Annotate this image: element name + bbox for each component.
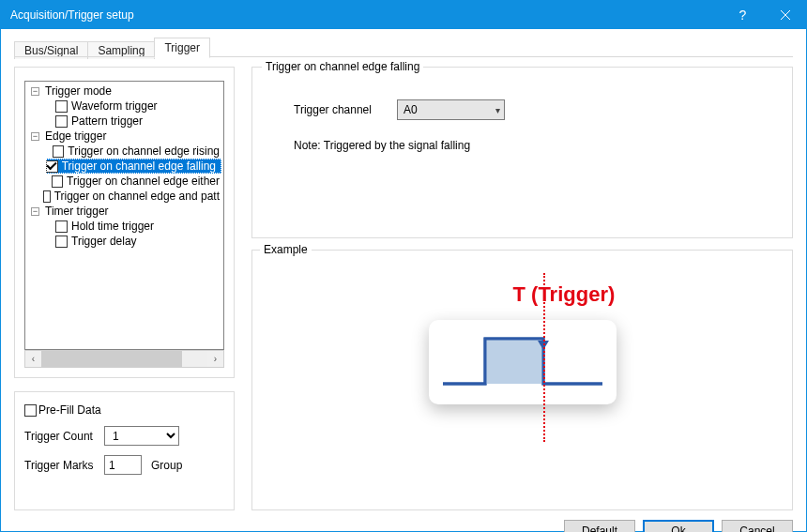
tree-node-trigger-mode[interactable]: − Trigger mode	[29, 84, 221, 99]
close-icon	[781, 10, 790, 20]
tab-underline	[14, 56, 793, 57]
checkbox[interactable]	[55, 220, 68, 233]
trigger-count-label: Trigger Count	[24, 430, 104, 443]
checkbox[interactable]	[46, 160, 58, 173]
dialog-window: Acquisition/Trigger setup ? Bus/Signal S…	[0, 0, 807, 532]
right-column: Trigger on channel edge falling Trigger …	[251, 67, 793, 510]
close-button[interactable]	[764, 1, 806, 29]
trigger-tree-group: − Trigger mode Waveform trigger	[14, 67, 235, 378]
example-title: T (Trigger)	[513, 282, 616, 307]
tree-label: Edge trigger	[43, 129, 108, 144]
tree-node-hold-time[interactable]: Hold time trigger	[29, 219, 221, 234]
tab-label: Sampling	[98, 44, 145, 57]
tree-node-edge-rising[interactable]: Trigger on channel edge rising	[29, 144, 221, 159]
panes: − Trigger mode Waveform trigger	[14, 57, 793, 510]
channel-label: Trigger channel	[294, 103, 397, 116]
tree-label: Trigger on channel edge and patt	[53, 189, 221, 204]
checkbox[interactable]	[52, 175, 63, 188]
detail-note: Note: Triggered by the signal falling	[294, 139, 779, 152]
checkbox[interactable]	[43, 190, 51, 203]
trigger-count-row: Trigger Count 1	[24, 426, 224, 446]
scroll-left-icon[interactable]: ‹	[25, 351, 41, 367]
tree-node-edge-and-patt[interactable]: Trigger on channel edge and patt	[29, 189, 221, 204]
tab-strip: Bus/Signal Sampling Trigger	[14, 37, 793, 57]
button-label: Cancel	[739, 524, 774, 533]
tree-label: Trigger mode	[43, 84, 114, 99]
example-card	[429, 320, 617, 404]
button-label: Default	[582, 524, 617, 533]
default-button[interactable]: Default	[564, 520, 635, 532]
tree-node-edge-trigger[interactable]: − Edge trigger	[29, 129, 221, 144]
example-group: Example T (Trigger)	[251, 250, 793, 510]
prefill-label: Pre-Fill Data	[38, 403, 101, 417]
dialog-body: Bus/Signal Sampling Trigger − Trigger mo…	[1, 29, 806, 520]
trigger-marks-label: Trigger Marks	[24, 459, 104, 472]
scroll-thumb[interactable]	[41, 351, 182, 367]
chevron-down-icon: ▾	[495, 105, 500, 115]
prefill-row: Pre-Fill Data	[24, 403, 224, 417]
ok-button[interactable]: Ok	[643, 520, 714, 532]
trigger-line	[543, 273, 545, 442]
options-group: Pre-Fill Data Trigger Count 1 Trigger Ma…	[14, 391, 235, 510]
scroll-track[interactable]	[41, 351, 207, 367]
tree-inner: − Trigger mode Waveform trigger	[25, 82, 223, 251]
titlebar: Acquisition/Trigger setup ?	[1, 1, 806, 29]
channel-select[interactable]: A0 ▾	[397, 99, 505, 120]
tree-node-edge-falling[interactable]: Trigger on channel edge falling	[29, 159, 221, 174]
detail-legend: Trigger on channel edge falling	[262, 60, 423, 73]
example-legend: Example	[260, 243, 312, 256]
tree-label: Trigger delay	[69, 234, 139, 249]
tree-node-waveform[interactable]: Waveform trigger	[29, 99, 221, 114]
trigger-marks-input[interactable]	[104, 455, 142, 475]
help-button[interactable]: ?	[722, 1, 764, 29]
tree-node-trigger-delay[interactable]: Trigger delay	[29, 234, 221, 249]
tree-label: Waveform trigger	[69, 99, 160, 114]
left-column: − Trigger mode Waveform trigger	[14, 67, 235, 510]
window-title: Acquisition/Trigger setup	[10, 8, 722, 22]
tree-label: Timer trigger	[43, 204, 111, 219]
button-label: Ok	[671, 524, 685, 533]
tree-node-edge-either[interactable]: Trigger on channel edge either	[29, 174, 221, 189]
tree-label: Pattern trigger	[69, 114, 145, 129]
tree-label: Trigger on channel edge falling	[60, 159, 218, 174]
tab-label: Bus/Signal	[24, 44, 78, 57]
scroll-right-icon[interactable]: ›	[207, 351, 223, 367]
svg-marker-2	[485, 339, 543, 384]
cancel-button[interactable]: Cancel	[722, 520, 793, 532]
example-stage: T (Trigger)	[266, 264, 779, 461]
trigger-count-select[interactable]: 1	[104, 426, 179, 446]
tab-trigger[interactable]: Trigger	[154, 38, 210, 58]
prefill-checkbox[interactable]	[24, 404, 37, 417]
trigger-marks-unit: Group	[151, 459, 182, 472]
channel-value: A0	[404, 103, 418, 116]
selected-wrap: Trigger on channel edge falling	[46, 159, 221, 174]
tree-label: Hold time trigger	[69, 219, 156, 234]
collapse-icon[interactable]: −	[31, 207, 39, 216]
collapse-icon[interactable]: −	[31, 87, 39, 96]
trigger-tree[interactable]: − Trigger mode Waveform trigger	[24, 81, 224, 350]
tree-label: Trigger on channel edge rising	[66, 144, 221, 159]
tree-node-timer-trigger[interactable]: − Timer trigger	[29, 204, 221, 219]
checkbox[interactable]	[55, 100, 68, 113]
checkbox[interactable]	[55, 115, 68, 128]
trigger-marks-row: Trigger Marks Group	[24, 455, 224, 475]
dialog-footer: Default Ok Cancel	[1, 520, 806, 532]
checkbox[interactable]	[55, 236, 68, 248]
collapse-icon[interactable]: −	[31, 132, 39, 141]
tree-node-pattern[interactable]: Pattern trigger	[29, 114, 221, 129]
checkbox[interactable]	[53, 145, 64, 158]
tree-hscrollbar[interactable]: ‹ ›	[24, 350, 224, 368]
trigger-detail-group: Trigger on channel edge falling Trigger …	[251, 67, 793, 238]
tree-label: Trigger on channel edge either	[65, 174, 221, 189]
channel-row: Trigger channel A0 ▾	[294, 99, 779, 120]
waveform-icon	[429, 320, 617, 404]
tab-label: Trigger	[164, 41, 200, 54]
